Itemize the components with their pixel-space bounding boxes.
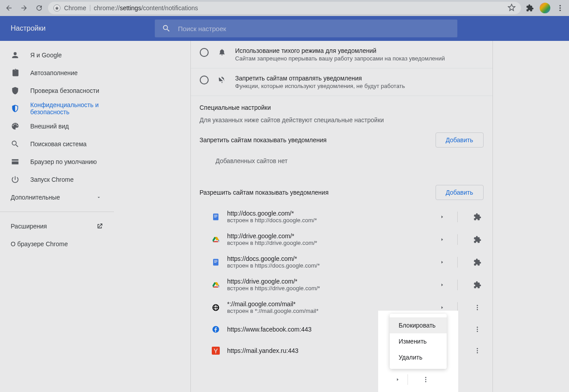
divider [457,280,458,290]
sidebar-link-extensions[interactable]: Расширения [0,217,114,235]
page-title: Настройки [11,24,155,32]
option-block-all[interactable]: Запретить сайтам отправлять уведомления … [191,68,492,96]
clipboard-icon [11,68,20,77]
site-favicon [211,325,220,334]
forward-button[interactable] [18,2,30,14]
sidebar: Я и Google Автозаполнение Проверка безоп… [0,41,114,392]
svg-point-13 [476,309,478,310]
profile-avatar[interactable] [539,2,551,14]
person-icon [11,51,20,60]
site-row[interactable]: https://docs.google.com/*встроен в https… [191,251,492,273]
add-allow-button[interactable]: Добавить [436,185,484,200]
site-row[interactable]: http://docs.google.com/*встроен в http:/… [191,205,492,228]
sidebar-item-you-and-google[interactable]: Я и Google [0,46,114,64]
svg-point-24 [425,381,427,382]
site-url: https://drive.google.com/* [227,278,429,285]
svg-point-17 [476,331,478,332]
chrome-icon: ◉ [53,4,61,12]
menu-item-edit[interactable]: Изменить [390,333,447,349]
divider [457,212,458,222]
site-info: https://drive.google.com/*встроен в http… [227,278,429,292]
arrow-icon[interactable] [436,211,448,223]
svg-point-1 [560,8,561,9]
sidebar-item-label: Я и Google [30,52,62,59]
search-box[interactable] [155,20,457,37]
sidebar-item-autofill[interactable]: Автозаполнение [0,64,114,82]
arrow-icon[interactable] [436,233,448,246]
sidebar-item-advanced[interactable]: Дополнительные [0,188,114,206]
svg-point-21 [476,352,478,353]
divider [457,257,458,268]
search-input[interactable] [178,25,450,32]
site-favicon [211,258,220,267]
menu-icon[interactable] [554,2,566,14]
menu-item-block[interactable]: Блокировать [390,317,447,333]
site-favicon [211,280,220,289]
sidebar-item-privacy[interactable]: Конфиденциальность и безопасность [0,100,114,117]
extension-icon[interactable] [471,233,484,246]
extension-icon[interactable] [471,256,484,268]
divider [0,212,114,212]
shield-icon [11,104,20,113]
site-context-menu: Блокировать Изменить Удалить [390,314,447,369]
svg-point-12 [476,307,478,308]
url-text: chrome://settings/content/notifications [94,4,198,12]
extensions-icon[interactable] [524,2,536,14]
extension-icon[interactable] [471,279,484,291]
arrow-icon[interactable] [436,279,448,291]
site-embed: встроен в https://drive.google.com/* [227,285,429,292]
sidebar-item-label: Поисковая система [30,140,87,148]
shield-check-icon [11,86,20,95]
site-url: https://docs.google.com/* [227,255,429,262]
svg-point-2 [560,10,561,11]
sidebar-item-search[interactable]: Поисковая система [0,135,114,153]
search-icon [11,140,20,148]
option-quiet-mode[interactable]: Использование тихого режима для уведомле… [191,41,492,68]
svg-point-20 [476,350,478,352]
more-icon[interactable] [471,323,484,336]
address-bar[interactable]: ◉ Chrome chrome://settings/content/notif… [48,2,521,14]
main: Использование тихого режима для уведомле… [114,41,569,392]
svg-point-15 [476,327,478,328]
more-icon[interactable] [471,301,484,314]
svg-rect-5 [214,216,218,216]
radio-icon[interactable] [200,48,209,57]
sidebar-item-appearance[interactable]: Внешний вид [0,117,114,135]
site-favicon [211,346,220,355]
last-row-actions [391,373,432,386]
menu-item-remove[interactable]: Удалить [390,349,447,365]
sidebar-item-default-browser[interactable]: Браузер по умолчанию [0,153,114,171]
site-favicon [211,212,220,221]
svg-rect-9 [214,261,218,261]
radio-icon[interactable] [200,76,209,84]
window-icon [11,157,20,166]
reload-button[interactable] [33,2,45,14]
sidebar-link-about[interactable]: О браузере Chrome [0,235,114,253]
option-text: Запретить сайтам отправлять уведомления … [235,75,484,89]
site-embed: встроен в http://drive.google.com/* [227,240,429,246]
sidebar-item-label: Автозаполнение [30,69,78,76]
palette-icon [11,122,20,131]
arrow-icon[interactable] [391,373,404,386]
more-icon[interactable] [420,373,432,386]
divider [408,374,408,385]
extension-icon[interactable] [471,211,484,223]
svg-point-11 [476,305,478,306]
back-button[interactable] [3,2,15,14]
block-list-empty: Добавленных сайтов нет [191,153,492,169]
sidebar-item-startup[interactable]: Запуск Chrome [0,171,114,188]
site-info: http://drive.google.com/*встроен в http:… [227,232,429,246]
add-block-button[interactable]: Добавить [436,132,484,148]
site-url: http://docs.google.com/* [227,210,429,217]
sidebar-item-label: Запуск Chrome [30,176,73,183]
site-row[interactable]: https://drive.google.com/*встроен в http… [191,273,492,296]
site-embed: встроен в http://docs.google.com/* [227,217,429,224]
arrow-icon[interactable] [436,256,448,268]
site-row[interactable]: http://drive.google.com/*встроен в http:… [191,228,492,251]
chrome-label: Chrome [64,4,86,12]
svg-rect-10 [214,262,216,263]
more-icon[interactable] [471,344,484,357]
site-url: *://mail.google.com/mail* [227,300,429,308]
bookmark-icon[interactable] [508,4,516,13]
sidebar-item-safety[interactable]: Проверка безопасности [0,82,114,100]
